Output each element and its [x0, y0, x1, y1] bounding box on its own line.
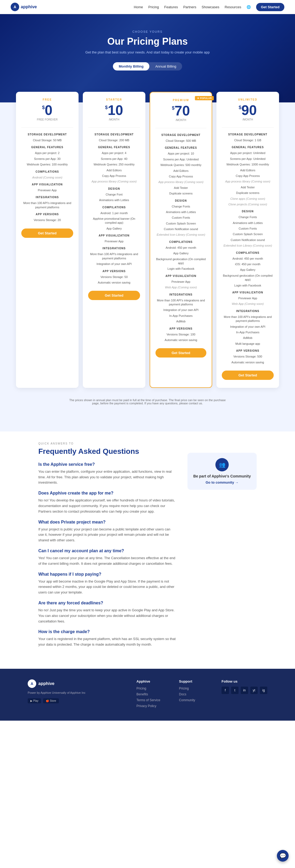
faq-item-1: Does Apphive create the app for me? No n… — [38, 491, 177, 514]
feature-item: Versions Storage: 500 — [233, 354, 262, 360]
faq-question[interactable]: Are there any forced deadlines? — [38, 601, 177, 606]
section-title: INTEGRATIONS — [102, 247, 126, 250]
feature-item: Copy App Process — [169, 174, 193, 179]
google-play-badge[interactable]: ▶ Play — [28, 698, 41, 703]
faq-question[interactable]: Is the Apphive service free? — [38, 462, 177, 467]
plan-cta-button[interactable]: Get Started — [222, 371, 274, 380]
plan-cta-button[interactable]: Get Started — [155, 348, 206, 358]
feature-item: More than 100 API's integrations and pay… — [155, 298, 206, 308]
feature-item: Webhook Queries: 500 monthly — [160, 162, 202, 168]
faq-question[interactable]: How is the charge made? — [38, 629, 177, 634]
feature-item: More than 100 API's integrations and pay… — [222, 314, 274, 324]
feature-item: Web App (Coming soon) — [232, 301, 264, 307]
faq-question[interactable]: What does Private project mean? — [38, 520, 177, 525]
section-title: INTEGRATIONS — [236, 310, 259, 313]
pricing-cards: FREE $ 0 FREE FOREVERSTORAGE DEVELOPMENT… — [6, 92, 289, 388]
footer-col-title: Support — [179, 679, 211, 683]
nav-showcases[interactable]: Showcases — [202, 5, 219, 9]
footer-link[interactable]: Benefits — [137, 692, 169, 696]
billing-toggle: Monthly Billing Annual Billing — [113, 62, 182, 70]
app-store-badge[interactable]: 🍎 Store — [43, 698, 59, 703]
feature-item: Custom Splash Screen — [166, 221, 196, 226]
nav-pricing[interactable]: Pricing — [148, 5, 159, 9]
faq-question[interactable]: Does Apphive create the app for me? — [38, 491, 177, 496]
section-title: INTEGRATIONS — [36, 196, 59, 199]
footer-link[interactable]: Community — [179, 698, 211, 702]
footer-link[interactable]: Docs — [179, 692, 211, 696]
faq-question[interactable]: Can I cancel my account plan at any time… — [38, 549, 177, 553]
plan-cta-button[interactable]: Get Started — [88, 291, 140, 300]
feature-item: iOS: 450 per month — [235, 261, 260, 267]
disclaimer-text: The prices shown in annual plan must be … — [68, 399, 227, 405]
plan-currency: $ — [42, 105, 45, 111]
footer-link[interactable]: Pricing — [179, 687, 211, 690]
community-link[interactable]: Go to community → — [206, 480, 239, 485]
feature-item: Screens per App: Unlimited — [163, 157, 199, 162]
feature-item: In-App Purchases — [169, 313, 193, 319]
section-title: GENERAL FEATURES — [232, 146, 264, 149]
nav-features[interactable]: Features — [164, 5, 178, 9]
social-icon-ig[interactable]: ig — [260, 687, 267, 694]
popular-badge: ★ Popular — [195, 96, 214, 100]
community-box: 👥 Be part of Apphive's Community Go to c… — [187, 453, 257, 490]
footer-link[interactable]: Pricing — [137, 687, 169, 690]
feature-item: Apps per project: 2 — [35, 150, 59, 156]
footer-col-0: ApphivePricingBenefitsTerms of ServicePr… — [137, 679, 169, 710]
nav-resources[interactable]: Resources — [225, 5, 241, 9]
plan-currency: $ — [239, 105, 241, 111]
feature-item: Multi language app — [235, 341, 260, 347]
faq-sidebar: 👥 Be part of Apphive's Community Go to c… — [187, 442, 257, 653]
section-title: APP VISUALIZATION — [98, 234, 129, 237]
logo-icon: A — [11, 3, 19, 11]
feature-item: Background geolocation (On compiled app) — [155, 256, 206, 266]
footer-link[interactable]: Privacy Policy — [137, 704, 169, 708]
social-icon-f[interactable]: f — [222, 687, 229, 694]
feature-item: Extended Icon Library (Coming soon) — [156, 232, 205, 238]
feature-item: Cloud Storage: 50 MB — [33, 137, 61, 143]
faq-question[interactable]: What happens if I stop paying? — [38, 572, 177, 577]
footer-link[interactable]: Terms of Service — [137, 698, 169, 702]
plan-cta-button[interactable]: Get Started — [21, 228, 73, 238]
section-title: APP VERSIONS — [102, 270, 126, 273]
faq-main: QUICK ANSWERS TO Frequently Asked Questi… — [38, 442, 177, 653]
feature-item: Webhook Queries: 100 monthly — [27, 162, 68, 167]
section-title: APP VERSIONS — [169, 327, 193, 330]
monthly-billing-tab[interactable]: Monthly Billing — [113, 62, 149, 70]
annual-billing-tab[interactable]: Annual Billing — [149, 62, 182, 70]
social-icon-t[interactable]: t — [231, 687, 239, 694]
nav-links: Home Pricing Features Partners Showcases… — [134, 3, 284, 11]
pricing-card-premium: ★ PopularPREMIUM $ 70 /MONTHSTORAGE DEVE… — [150, 92, 212, 388]
nav-partners[interactable]: Partners — [183, 5, 196, 9]
section-title: COMPILATIONS — [236, 251, 260, 254]
plan-period: /MONTH — [109, 118, 119, 121]
feature-item: Custom Notification sound — [164, 226, 198, 232]
faq-item-2: What does Private project mean? If your … — [38, 520, 177, 543]
community-title: Be part of Apphive's Community — [193, 474, 251, 478]
section-title: DESIGN — [175, 199, 187, 202]
section-title: INTEGRATIONS — [169, 293, 193, 296]
faq-item-0: Is the Apphive service free? You can ent… — [38, 462, 177, 486]
feature-item: Android: 1 per month — [100, 210, 128, 216]
feature-item: Animations with Lotties — [166, 209, 196, 215]
footer-social: ftinytig — [222, 687, 267, 694]
nav-cta-button[interactable]: Get Started — [256, 3, 284, 11]
feature-item: Custom Splash Screen — [233, 231, 263, 237]
social-icon-yt[interactable]: yt — [250, 687, 258, 694]
feature-item: App Gallery — [240, 267, 255, 273]
section-title: STORAGE DEVELOPMENT — [161, 133, 201, 136]
pricing-section: FREE $ 0 FREE FOREVERSTORAGE DEVELOPMENT… — [0, 102, 295, 432]
globe-icon[interactable]: 🌐 — [246, 5, 251, 9]
faq-answer: Your card is registered in the payment p… — [38, 636, 177, 648]
footer-inner: A apphive Power by Apphive Universally o… — [28, 679, 267, 710]
logo[interactable]: A apphive — [11, 3, 37, 11]
section-title: APP VISUALIZATION — [165, 275, 196, 277]
feature-item: Custom Fonts — [239, 226, 257, 231]
nav-home[interactable]: Home — [134, 5, 143, 9]
footer: A apphive Power by Apphive Universally o… — [0, 669, 295, 721]
plan-tier: PREMIUM — [173, 99, 189, 102]
footer-logo: A apphive — [28, 679, 126, 688]
faq-answer: No no! You develop the application yours… — [38, 498, 177, 514]
section-title: GENERAL FEATURES — [165, 146, 197, 149]
social-icon-in[interactable]: in — [241, 687, 248, 694]
plan-price: $ 90 — [239, 103, 257, 117]
